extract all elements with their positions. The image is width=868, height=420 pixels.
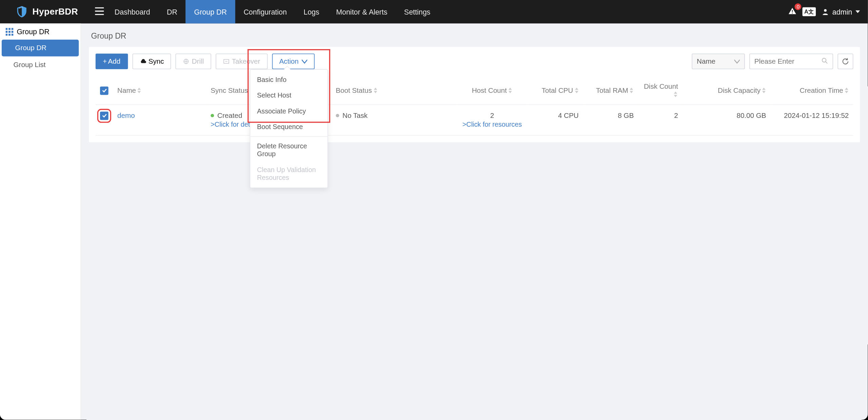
shield-icon [16, 5, 28, 18]
username: admin [832, 7, 852, 16]
drill-button[interactable]: Drill [176, 54, 211, 69]
total-ram: 8 GB [583, 105, 638, 135]
page-title: Group DR [89, 31, 860, 40]
action-cleanup[interactable]: Clean Up Validation Resources [250, 162, 327, 185]
logo[interactable]: HyperBDR [0, 5, 90, 18]
svg-rect-14 [12, 34, 14, 36]
sidebar: Group DR Group DR Group List [0, 23, 81, 420]
col-boot-status[interactable]: Boot Status [331, 77, 456, 104]
action-delete-group[interactable]: Delete Resource Group [250, 139, 327, 162]
menu-settings[interactable]: Settings [396, 0, 439, 23]
col-name[interactable]: Name [113, 77, 206, 104]
menu-configuration[interactable]: Configuration [235, 0, 295, 23]
svg-rect-9 [5, 30, 7, 33]
svg-rect-4 [792, 13, 793, 13]
takeover-button[interactable]: Takeover [216, 54, 268, 69]
svg-rect-6 [5, 28, 7, 30]
status-dot-icon [336, 114, 339, 118]
disk-capacity: 80.00 GB [683, 105, 771, 135]
disk-count: 2 [638, 105, 683, 135]
logo-text: HyperBDR [33, 7, 78, 17]
user-menu[interactable]: admin [821, 7, 860, 16]
svg-point-2 [22, 7, 23, 7]
svg-rect-13 [8, 34, 11, 36]
search-field-select[interactable]: Name [692, 54, 745, 69]
svg-rect-8 [12, 28, 14, 30]
svg-rect-10 [8, 30, 11, 33]
menu-monitor[interactable]: Monitor & Alerts [328, 0, 396, 23]
boot-status: No Task [342, 111, 368, 119]
sidebar-title: Group DR [0, 23, 80, 40]
host-resources-link[interactable]: >Click for resources [462, 120, 522, 128]
row-checkbox[interactable] [100, 111, 108, 120]
group-table: Name Sync Status Boot Status Host Count … [96, 77, 853, 135]
status-dot-icon [211, 114, 214, 118]
menu-group-dr[interactable]: Group DR [186, 0, 235, 23]
col-disk-count[interactable]: Disk Count [638, 77, 683, 104]
col-disk-capacity[interactable]: Disk Capacity [683, 77, 771, 104]
refresh-button[interactable] [837, 54, 853, 69]
plus-icon: + [103, 58, 107, 65]
total-cpu: 4 CPU [528, 105, 583, 135]
svg-rect-3 [792, 10, 793, 12]
toolbar: +Add Sync Drill Takeover Action [96, 54, 853, 69]
action-basic-info[interactable]: Basic Info [250, 72, 327, 88]
cloud-sync-icon [139, 58, 146, 65]
topbar: HyperBDR Dashboard DR Group DR Configura… [0, 0, 868, 23]
svg-point-17 [822, 58, 826, 62]
col-host-count[interactable]: Host Count [456, 77, 528, 104]
svg-rect-7 [8, 28, 11, 30]
sync-status: Created [217, 111, 242, 119]
svg-rect-12 [5, 34, 7, 36]
svg-point-5 [824, 9, 827, 12]
action-associate-policy[interactable]: Associate Policy [250, 103, 327, 119]
sidebar-item-group-list[interactable]: Group List [0, 56, 80, 73]
user-icon [821, 8, 829, 16]
action-button[interactable]: Action [272, 54, 315, 69]
sidebar-item-group-dr[interactable]: Group DR [2, 40, 79, 56]
creation-time: 2024-01-12 15:19:52 [771, 105, 853, 135]
hamburger-icon [95, 7, 104, 15]
col-total-cpu[interactable]: Total CPU [528, 77, 583, 104]
sync-button[interactable]: Sync [132, 54, 171, 69]
chevron-down-icon [302, 59, 308, 64]
alerts-button[interactable]: 0 [788, 6, 797, 17]
add-button[interactable]: +Add [96, 54, 128, 69]
grid-icon [5, 28, 13, 36]
top-menu: Dashboard DR Group DR Configuration Logs… [106, 0, 439, 23]
drill-icon [183, 58, 190, 65]
svg-rect-11 [12, 30, 14, 33]
search-icon [821, 57, 829, 65]
action-dropdown: Basic Info Select Host Associate Policy … [250, 69, 328, 188]
group-name-link[interactable]: demo [117, 111, 135, 119]
language-toggle[interactable]: A文 [803, 7, 815, 16]
chevron-down-icon [734, 59, 739, 64]
takeover-icon [223, 58, 230, 65]
svg-point-1 [21, 7, 21, 8]
menu-toggle[interactable] [90, 7, 101, 17]
host-count: 2 [490, 111, 494, 119]
select-all-checkbox[interactable] [100, 86, 108, 95]
chevron-down-icon [855, 9, 860, 14]
refresh-icon [842, 58, 849, 65]
action-select-host[interactable]: Select Host [250, 88, 327, 103]
content-card: +Add Sync Drill Takeover Action [89, 47, 860, 142]
menu-logs[interactable]: Logs [295, 0, 328, 23]
menu-dashboard[interactable]: Dashboard [106, 0, 158, 23]
topbar-right: 0 A文 admin [788, 6, 868, 17]
col-total-ram[interactable]: Total RAM [583, 77, 638, 104]
alert-badge: 0 [795, 3, 802, 10]
action-boot-sequence[interactable]: Boot Sequence [250, 119, 327, 134]
menu-dr[interactable]: DR [158, 0, 185, 23]
svg-point-0 [19, 8, 20, 8]
col-creation-time[interactable]: Creation Time [771, 77, 853, 104]
main: Group DR +Add Sync Drill Takeover [81, 23, 868, 420]
table-row: demo Created >Click for details No Task … [96, 105, 853, 135]
